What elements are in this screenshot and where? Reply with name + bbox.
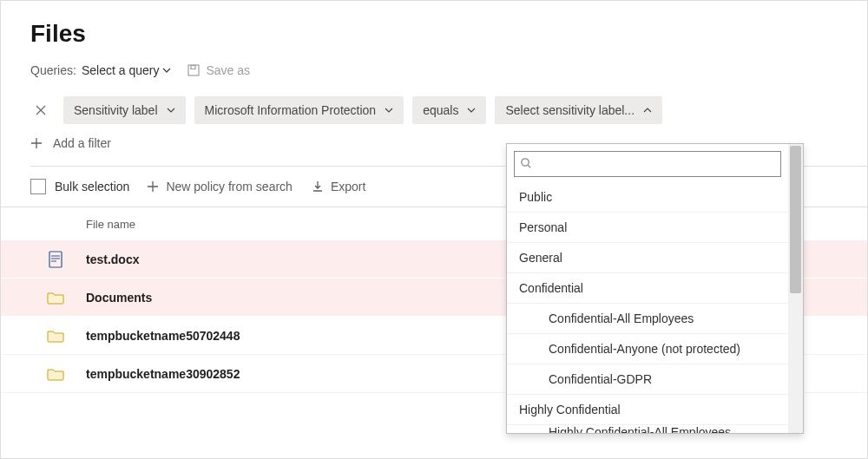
dropdown-item[interactable]: Highly Confidential-All Employees — [507, 425, 788, 433]
dropdown-item[interactable]: Personal — [507, 213, 788, 243]
sensitivity-label-dropdown: PublicPersonalGeneralConfidentialConfide… — [506, 143, 804, 434]
chevron-down-icon — [167, 106, 175, 115]
save-icon — [187, 63, 201, 77]
chip-text: Select sensitivity label... — [505, 103, 635, 117]
chevron-down-icon — [385, 106, 393, 115]
queries-label: Queries: — [30, 63, 76, 77]
dropdown-item[interactable]: Confidential — [507, 273, 788, 304]
download-icon — [312, 180, 324, 193]
col-header-filename[interactable]: File name — [81, 218, 135, 231]
svg-point-3 — [522, 159, 529, 166]
export-label: Export — [331, 180, 365, 193]
dropdown-scrollbar[interactable] — [788, 144, 803, 433]
chip-text: Microsoft Information Protection — [205, 103, 377, 117]
queries-row: Queries: Select a query Save as — [30, 63, 867, 77]
folder-icon — [30, 291, 81, 305]
plus-icon — [30, 137, 43, 149]
chip-operator[interactable]: equals — [412, 96, 486, 124]
plus-icon — [147, 180, 159, 193]
search-icon — [520, 157, 532, 169]
dropdown-item[interactable]: Confidential-GDPR — [507, 364, 788, 395]
dropdown-item[interactable]: General — [507, 243, 788, 273]
folder-icon — [30, 329, 81, 343]
file-name: tempbucketname30902852 — [81, 367, 240, 381]
dropdown-item[interactable]: Highly Confidential — [507, 395, 788, 425]
dropdown-list: PublicPersonalGeneralConfidentialConfide… — [507, 182, 788, 433]
chip-text: equals — [423, 103, 458, 117]
chip-mip[interactable]: Microsoft Information Protection — [194, 96, 404, 124]
chip-sensitivity-label[interactable]: Sensitivity label — [63, 96, 186, 124]
dropdown-item[interactable]: Public — [507, 182, 788, 213]
chevron-down-icon — [467, 106, 476, 115]
new-policy-label: New policy from search — [166, 180, 293, 193]
file-name: test.docx — [81, 252, 139, 266]
select-a-query[interactable]: Select a query — [82, 63, 172, 77]
chevron-down-icon — [162, 66, 171, 75]
bulk-select-label: Bulk selection — [55, 180, 129, 193]
dropdown-scroll-thumb[interactable] — [790, 146, 801, 293]
bulk-select-checkbox[interactable] — [30, 179, 46, 194]
folder-icon — [30, 367, 81, 381]
chip-select-label[interactable]: Select sensitivity label... — [495, 96, 662, 124]
clear-filter-button[interactable] — [30, 100, 51, 121]
svg-rect-0 — [188, 65, 199, 75]
chevron-up-icon — [643, 106, 652, 115]
file-name: tempbucketname50702448 — [81, 329, 240, 343]
dropdown-search-input[interactable] — [514, 151, 781, 177]
file-icon — [30, 251, 81, 268]
add-filter-label: Add a filter — [53, 136, 111, 150]
svg-rect-1 — [191, 66, 195, 69]
new-policy-button[interactable]: New policy from search — [147, 180, 293, 193]
dropdown-item[interactable]: Confidential-All Employees — [507, 304, 788, 334]
page-title: Files — [30, 20, 867, 48]
select-a-query-text: Select a query — [82, 63, 160, 77]
saveas-button[interactable]: Save as — [187, 63, 250, 77]
export-button[interactable]: Export — [312, 180, 365, 193]
filter-chips-row: Sensitivity label Microsoft Information … — [30, 96, 867, 124]
saveas-label: Save as — [206, 63, 250, 77]
file-name: Documents — [81, 291, 152, 305]
dropdown-item[interactable]: Confidential-Anyone (not protected) — [507, 334, 788, 364]
svg-rect-2 — [49, 252, 62, 267]
chip-text: Sensitivity label — [74, 103, 158, 117]
